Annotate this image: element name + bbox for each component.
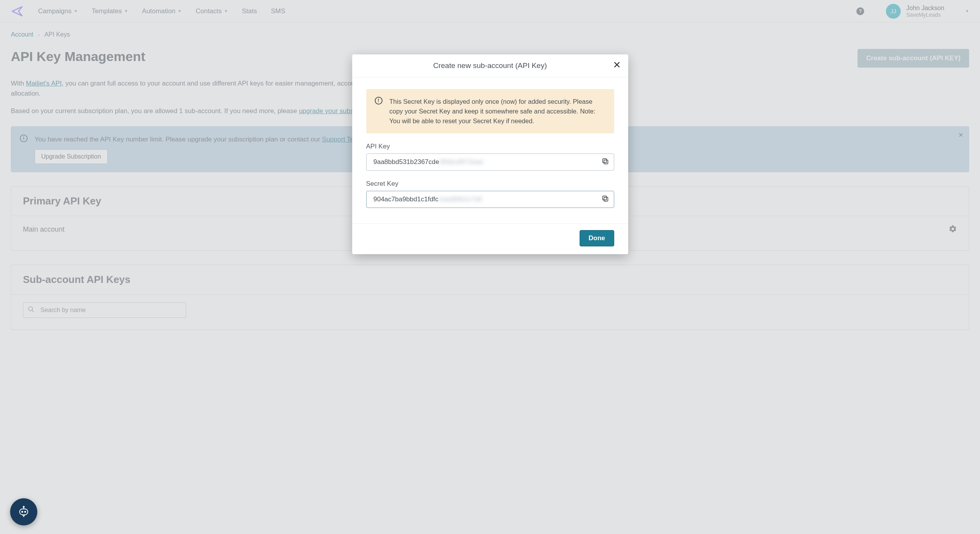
api-key-label: API Key (366, 143, 614, 150)
warning-icon: ! (375, 97, 383, 105)
svg-rect-7 (603, 196, 606, 200)
create-api-key-modal: Create new sub-account (API Key) ! This … (352, 54, 628, 254)
close-icon[interactable] (613, 61, 621, 71)
secret-key-field[interactable]: 904ac7ba9bbd1c1fdfc1aad83b1c7a6 (366, 191, 614, 208)
svg-rect-5 (603, 159, 606, 163)
secret-key-label: Secret Key (366, 180, 614, 188)
copy-icon[interactable] (601, 195, 609, 204)
warning-text: This Secret Key is displayed only once (… (390, 97, 606, 126)
api-key-value: 9aa8bbd531b2367cde3f0dcaf971bad (374, 158, 601, 166)
svg-rect-6 (604, 197, 608, 201)
svg-rect-4 (604, 160, 608, 164)
secret-key-value: 904ac7ba9bbd1c1fdfc1aad83b1c7a6 (374, 195, 601, 203)
done-button[interactable]: Done (580, 230, 614, 246)
copy-icon[interactable] (601, 157, 609, 167)
api-key-field[interactable]: 9aa8bbd531b2367cde3f0dcaf971bad (366, 154, 614, 171)
modal-title: Create new sub-account (API Key) (433, 61, 547, 70)
modal-overlay: Create new sub-account (API Key) ! This … (0, 0, 980, 339)
warning-box: ! This Secret Key is displayed only once… (366, 89, 614, 133)
